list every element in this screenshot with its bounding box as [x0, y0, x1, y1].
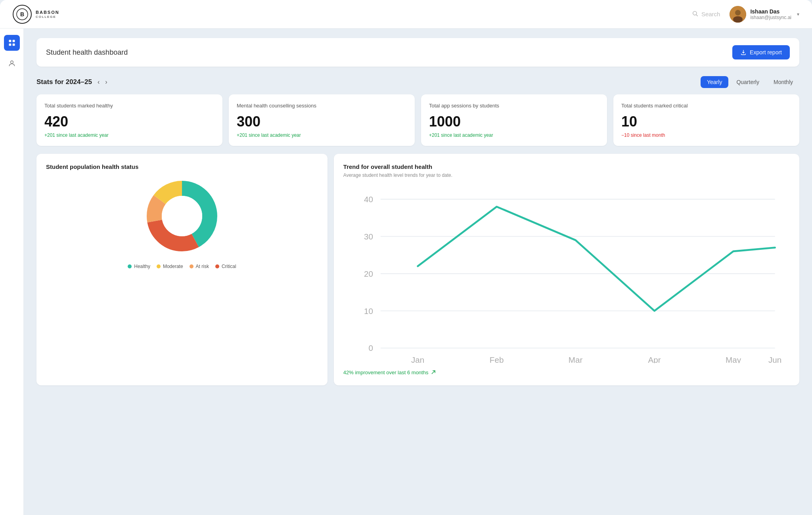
search-icon	[692, 10, 698, 18]
stat-change-counselling: +201 since last academic year	[237, 132, 407, 138]
stat-card-counselling: Mental health counselling sessions 300 +…	[229, 94, 415, 146]
stats-title-text: Stats for 2024–25	[36, 78, 92, 86]
stat-card-sessions: Total app sessions by students 1000 +201…	[421, 94, 607, 146]
svg-point-5	[735, 10, 741, 15]
stats-title: Stats for 2024–25 ‹ ›	[36, 78, 109, 86]
svg-text:May: May	[726, 356, 741, 363]
legend-label-healthy: Healthy	[134, 264, 150, 269]
stat-value-sessions: 1000	[429, 113, 599, 130]
improvement-text: 42% improvement over last 6 months	[343, 369, 429, 375]
improvement-link[interactable]: 42% improvement over last 6 months	[343, 369, 437, 375]
legend-label-atrisk: At risk	[196, 264, 209, 269]
sidebar-item-profile[interactable]	[4, 56, 20, 71]
stat-change-critical: −10 since last month	[621, 132, 791, 138]
svg-text:B: B	[20, 11, 24, 17]
svg-text:Jan: Jan	[411, 356, 424, 363]
search-label: Search	[701, 11, 720, 17]
line-chart-title: Trend for overall student health	[343, 163, 790, 170]
svg-rect-10	[12, 44, 15, 46]
legend-healthy: Healthy	[128, 264, 150, 269]
svg-rect-8	[12, 40, 15, 42]
stats-header: Stats for 2024–25 ‹ › Yearly Quarterly M…	[36, 76, 799, 88]
period-toggle: Yearly Quarterly Monthly	[701, 76, 799, 88]
stat-card-healthy: Total students marked healthy 420 +201 s…	[36, 94, 222, 146]
main-wrapper: Student health dashboard Export report S…	[0, 29, 812, 515]
legend-dot-moderate	[157, 264, 161, 268]
svg-rect-9	[9, 44, 11, 46]
period-monthly-button[interactable]: Monthly	[767, 76, 799, 88]
svg-text:30: 30	[364, 232, 373, 241]
stat-value-critical: 10	[621, 113, 791, 130]
legend-dot-healthy	[128, 264, 132, 268]
stat-label-counselling: Mental health counselling sessions	[237, 102, 407, 109]
logo-icon: B	[13, 5, 32, 24]
svg-text:20: 20	[364, 269, 373, 278]
main-content: Student health dashboard Export report S…	[24, 29, 812, 515]
legend-atrisk: At risk	[190, 264, 209, 269]
svg-text:0: 0	[368, 344, 373, 353]
svg-text:Feb: Feb	[490, 356, 504, 363]
svg-text:40: 40	[364, 195, 373, 204]
stat-card-critical: Total students marked critical 10 −10 si…	[613, 94, 799, 146]
legend-critical: Critical	[215, 264, 236, 269]
user-email: ishaan@justsync.ai	[750, 15, 791, 20]
svg-text:Jun: Jun	[768, 356, 781, 363]
line-chart-area: 0 10 20 30 40 Jan Feb Mar Apr May Jun	[343, 184, 790, 364]
stat-change-sessions: +201 since last academic year	[429, 132, 599, 138]
line-chart-subtitle: Average student health level trends for …	[343, 172, 790, 178]
period-quarterly-button[interactable]: Quarterly	[730, 76, 766, 88]
donut-chart-svg	[142, 176, 222, 256]
stats-cards: Total students marked healthy 420 +201 s…	[36, 94, 799, 146]
sidebar-item-dashboard[interactable]	[4, 35, 20, 51]
svg-point-6	[733, 16, 743, 23]
donut-legend: Healthy Moderate At risk Critical	[128, 264, 236, 269]
sidebar	[0, 29, 24, 515]
svg-line-33	[432, 371, 435, 374]
line-chart-card: Trend for overall student health Average…	[334, 154, 799, 385]
svg-text:Apr: Apr	[648, 356, 661, 363]
legend-moderate: Moderate	[157, 264, 183, 269]
user-info: Ishaan Das ishaan@justsync.ai	[750, 8, 791, 20]
avatar	[730, 6, 746, 23]
page-header: Student health dashboard Export report	[36, 38, 799, 67]
logo-area: B BABSON COLLEGE	[13, 5, 59, 24]
svg-rect-7	[9, 40, 11, 42]
stat-value-healthy: 420	[44, 113, 214, 130]
stat-value-counselling: 300	[237, 113, 407, 130]
period-yearly-button[interactable]: Yearly	[701, 76, 728, 88]
stat-change-healthy: +201 since last academic year	[44, 132, 214, 138]
next-period-button[interactable]: ›	[103, 78, 109, 86]
svg-text:10: 10	[364, 306, 373, 316]
page-title: Student health dashboard	[46, 48, 128, 57]
logo-name: BABSON	[36, 10, 59, 15]
legend-dot-critical	[215, 264, 219, 268]
legend-label-critical: Critical	[222, 264, 236, 269]
search-area[interactable]: Search	[692, 10, 720, 18]
svg-point-16	[162, 196, 202, 236]
svg-text:Mar: Mar	[569, 356, 583, 363]
donut-chart-card: Student population health status	[36, 154, 327, 385]
donut-chart-title: Student population health status	[46, 163, 318, 170]
stat-label-critical: Total students marked critical	[621, 102, 791, 109]
stat-label-healthy: Total students marked healthy	[44, 102, 214, 109]
donut-wrap: Healthy Moderate At risk Critical	[46, 172, 318, 269]
legend-label-moderate: Moderate	[163, 264, 183, 269]
user-name: Ishaan Das	[750, 8, 791, 15]
line-chart-svg: 0 10 20 30 40 Jan Feb Mar Apr May Jun	[343, 184, 790, 363]
nav-right: Search Ishaan Das ishaan@justsync.ai ▾	[692, 6, 799, 23]
svg-line-3	[696, 15, 698, 16]
legend-dot-atrisk	[190, 264, 193, 268]
chevron-down-icon: ▾	[797, 11, 799, 17]
nav-arrows: ‹ ›	[96, 78, 109, 86]
logo-sub: COLLEGE	[36, 15, 59, 19]
export-btn-label: Export report	[750, 49, 782, 56]
user-area[interactable]: Ishaan Das ishaan@justsync.ai ▾	[730, 6, 799, 23]
prev-period-button[interactable]: ‹	[96, 78, 101, 86]
export-report-button[interactable]: Export report	[732, 45, 790, 59]
stat-label-sessions: Total app sessions by students	[429, 102, 599, 109]
topnav: B BABSON COLLEGE Search	[0, 0, 812, 29]
charts-row: Student population health status	[36, 154, 799, 385]
svg-point-11	[10, 61, 13, 63]
svg-point-2	[693, 11, 697, 15]
